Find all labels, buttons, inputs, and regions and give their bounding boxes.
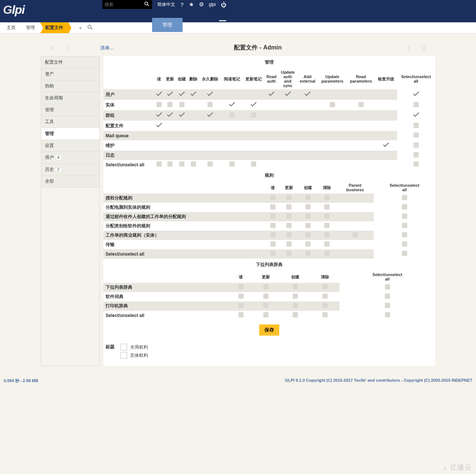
sidebar-item[interactable]: 历史2 (41, 164, 99, 176)
sidebar-item[interactable]: 管理 (41, 128, 99, 140)
checkbox[interactable] (208, 102, 213, 107)
checkbox[interactable] (208, 161, 213, 167)
checkbox[interactable] (270, 232, 276, 237)
checkbox[interactable] (305, 204, 311, 209)
checkbox[interactable] (270, 204, 276, 209)
sidebar-item[interactable]: 管理 (41, 104, 99, 116)
checkbox[interactable] (324, 204, 329, 209)
checkbox[interactable] (324, 195, 329, 200)
next-icon[interactable]: ⟩ (402, 45, 416, 51)
last-icon[interactable]: ⟩⟩ (416, 45, 431, 51)
sidebar-item[interactable]: 生命周期 (41, 92, 99, 104)
sidebar-item[interactable]: 全部 (41, 176, 99, 188)
search-input[interactable] (102, 0, 141, 9)
checkbox[interactable] (322, 294, 328, 299)
user-link[interactable]: glpi (209, 2, 216, 7)
sidebar-item[interactable]: 配置文件 (41, 57, 99, 68)
help-icon[interactable]: ? (180, 1, 183, 8)
checkbox[interactable] (238, 284, 244, 289)
checkbox[interactable] (402, 232, 407, 237)
checkbox[interactable] (238, 294, 244, 299)
checkbox[interactable] (322, 312, 328, 317)
checkbox[interactable] (286, 241, 292, 247)
checkbox[interactable] (238, 312, 244, 317)
checkbox[interactable] (286, 195, 292, 200)
checkbox[interactable] (167, 102, 173, 107)
checkbox[interactable] (263, 284, 268, 289)
breadcrumb-item[interactable]: 配置文件 (40, 22, 68, 33)
checkbox[interactable] (286, 232, 292, 237)
checkbox[interactable] (263, 303, 268, 308)
checkbox[interactable] (270, 241, 276, 247)
checkbox[interactable] (324, 214, 329, 219)
checkbox[interactable] (414, 142, 419, 148)
checkbox[interactable] (251, 161, 256, 167)
checkbox[interactable] (270, 214, 276, 219)
nav-item-5[interactable]: 设置 (183, 18, 213, 32)
power-icon[interactable]: ⏻ (221, 1, 226, 8)
search-button[interactable] (141, 0, 152, 9)
checkbox[interactable] (157, 102, 162, 107)
checkbox[interactable] (270, 223, 276, 228)
checkbox[interactable] (263, 312, 268, 317)
sidebar-item[interactable]: 用户4 (41, 152, 99, 164)
checkbox[interactable] (402, 251, 407, 256)
add-icon[interactable]: + (79, 25, 82, 31)
checkbox[interactable] (263, 294, 268, 299)
save-button[interactable]: 保存 (259, 324, 279, 336)
checkbox[interactable] (286, 251, 292, 256)
nav-item-3[interactable]: 工具 (122, 18, 152, 32)
list-link[interactable]: 清单... (100, 45, 114, 51)
checkbox[interactable] (191, 161, 196, 167)
checkbox[interactable] (270, 251, 276, 256)
checkbox[interactable] (324, 251, 329, 256)
checkbox[interactable] (167, 161, 173, 167)
checkbox[interactable] (358, 102, 364, 107)
sidebar-item[interactable]: 工具 (41, 116, 99, 128)
language-link[interactable]: 简体中文 (157, 1, 175, 8)
checkbox[interactable] (270, 195, 276, 200)
checkbox[interactable] (305, 232, 311, 237)
checkbox[interactable] (414, 161, 419, 167)
checkbox[interactable] (324, 223, 329, 228)
checkbox[interactable] (324, 232, 329, 237)
checkbox[interactable] (402, 223, 407, 228)
checkbox[interactable] (330, 102, 335, 107)
first-icon[interactable]: ⟨⟨ (45, 45, 60, 51)
checkbox[interactable] (293, 312, 298, 317)
checkbox[interactable] (179, 102, 184, 107)
checkbox[interactable] (305, 241, 311, 247)
checkbox[interactable] (305, 251, 311, 256)
sidebar-item[interactable]: 资产 (41, 68, 99, 80)
checkbox[interactable] (402, 214, 407, 219)
checkbox[interactable] (229, 161, 235, 167)
checkbox[interactable] (402, 204, 407, 209)
checkbox[interactable] (385, 312, 390, 317)
gear-icon[interactable]: ⚙ (199, 1, 204, 8)
checkbox[interactable] (402, 195, 407, 200)
checkbox[interactable] (305, 195, 311, 200)
checkbox[interactable] (385, 294, 390, 299)
checkbox[interactable] (305, 214, 311, 219)
checkbox[interactable] (414, 102, 419, 107)
hamburger-icon[interactable]: ☰ (213, 18, 232, 32)
checkbox[interactable] (293, 294, 298, 299)
search-icon[interactable] (87, 25, 93, 31)
checkbox[interactable] (305, 223, 311, 228)
checkbox[interactable] (385, 303, 390, 308)
checkbox[interactable] (414, 132, 419, 138)
checkbox[interactable] (251, 112, 256, 118)
checkbox[interactable] (286, 214, 292, 219)
checkbox[interactable] (353, 232, 358, 237)
checkbox[interactable] (293, 303, 298, 308)
checkbox[interactable] (385, 284, 390, 289)
checkbox[interactable] (414, 123, 419, 128)
sidebar-item[interactable]: 协助 (41, 80, 99, 92)
checkbox[interactable] (322, 284, 328, 289)
checkbox[interactable] (157, 161, 162, 167)
checkbox[interactable] (293, 284, 298, 289)
sidebar-item[interactable]: 设置 (41, 140, 99, 152)
checkbox[interactable] (179, 161, 184, 167)
checkbox[interactable] (324, 241, 329, 247)
breadcrumb-item[interactable]: 主页 (1, 22, 21, 33)
